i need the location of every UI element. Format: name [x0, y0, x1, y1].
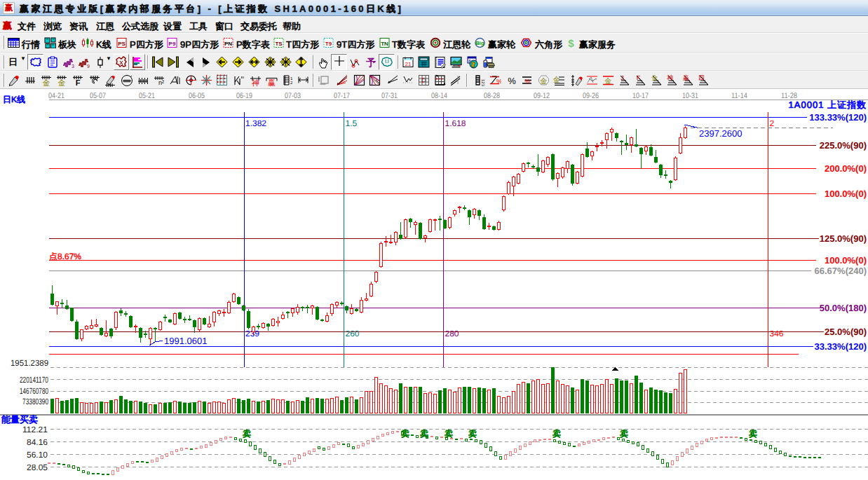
svg-text:125.0%(90): 125.0%(90) — [820, 233, 867, 244]
svg-text:金: 金 — [651, 74, 658, 81]
svg-text:73380390: 73380390 — [22, 397, 48, 406]
svg-text:09-12: 09-12 — [534, 92, 550, 100]
svg-text:赢: 赢 — [268, 78, 276, 87]
svg-text:卖: 卖 — [420, 429, 428, 439]
svg-text:05-07: 05-07 — [90, 92, 106, 100]
svg-text:123: 123 — [481, 79, 485, 86]
svg-text:%: % — [496, 78, 501, 85]
svg-text:P9: P9 — [169, 41, 176, 47]
svg-text:卖: 卖 — [552, 429, 561, 439]
svg-text:2: 2 — [290, 81, 293, 85]
svg-text:33.33%(120): 33.33%(120) — [815, 341, 867, 352]
svg-text:9: 9 — [87, 64, 90, 69]
svg-text:赢: 赢 — [683, 74, 689, 81]
svg-text:Big: Big — [475, 40, 484, 46]
svg-text:10-31: 10-31 — [682, 92, 698, 100]
svg-text:金: 金 — [604, 77, 612, 85]
svg-text:金: 金 — [540, 77, 548, 85]
svg-text:n²: n² — [158, 79, 164, 86]
svg-text:28.05: 28.05 — [27, 462, 48, 472]
svg-text:3: 3 — [72, 64, 74, 69]
svg-text:2397.2600: 2397.2600 — [699, 128, 742, 139]
svg-text:133.33%(120): 133.33%(120) — [809, 112, 867, 123]
svg-text:卖: 卖 — [749, 429, 757, 439]
svg-text:56.10: 56.10 — [27, 450, 48, 460]
svg-text:50.0%(180): 50.0%(180) — [820, 303, 867, 313]
svg-text:21: 21 — [405, 61, 412, 67]
svg-text:84.16: 84.16 — [27, 437, 48, 447]
svg-text:神: 神 — [252, 78, 259, 87]
svg-text:225.0%(90): 225.0%(90) — [820, 140, 867, 151]
svg-text:TN: TN — [381, 41, 388, 47]
svg-text:予: 予 — [366, 57, 377, 68]
svg-text:TS: TS — [275, 41, 283, 47]
svg-text:25.0%(90): 25.0%(90) — [825, 327, 867, 337]
svg-text:260: 260 — [346, 329, 360, 338]
svg-text:1.5: 1.5 — [346, 118, 358, 128]
svg-text:日K线: 日K线 — [3, 95, 25, 104]
svg-text:PS: PS — [118, 41, 126, 47]
svg-text:$: $ — [568, 37, 574, 48]
svg-text:04-21: 04-21 — [48, 92, 65, 100]
svg-text:金: 金 — [553, 76, 560, 83]
svg-text:112.21: 112.21 — [22, 425, 48, 434]
svg-text:%: % — [508, 76, 516, 86]
svg-text:11-14: 11-14 — [731, 92, 747, 100]
svg-text:神: 神 — [667, 74, 673, 81]
svg-text:220141170: 220141170 — [20, 375, 48, 385]
svg-text:金: 金 — [58, 78, 66, 86]
svg-text:卖: 卖 — [401, 429, 409, 439]
svg-text:卖: 卖 — [243, 429, 251, 439]
svg-text:07-31: 07-31 — [381, 92, 398, 100]
svg-text:卖: 卖 — [445, 429, 453, 439]
svg-text:能量买卖: 能量买卖 — [1, 414, 38, 425]
svg-text:146760780: 146760780 — [20, 386, 48, 396]
svg-text:346: 346 — [770, 329, 784, 338]
svg-text:1A0001 上证指数: 1A0001 上证指数 — [789, 100, 867, 110]
svg-text:09-26: 09-26 — [583, 92, 599, 100]
svg-text:100.0%(0): 100.0%(0) — [825, 188, 867, 199]
svg-text:金: 金 — [43, 78, 50, 86]
svg-text:点8.67%: 点8.67% — [49, 252, 81, 261]
svg-text:四: 四 — [698, 74, 705, 81]
svg-text:J: J — [621, 74, 624, 81]
svg-text:06-19: 06-19 — [236, 92, 252, 100]
svg-text:卖: 卖 — [468, 429, 477, 439]
svg-text:05-21: 05-21 — [139, 92, 155, 100]
svg-text:卖: 卖 — [620, 429, 628, 439]
svg-text:08-28: 08-28 — [484, 92, 500, 100]
svg-text:F: F — [76, 78, 81, 86]
svg-text:07-03: 07-03 — [285, 92, 301, 100]
svg-text:1.618: 1.618 — [445, 118, 466, 128]
svg-text:T9: T9 — [325, 41, 332, 47]
svg-text:PN: PN — [224, 41, 232, 47]
svg-text:08-14: 08-14 — [431, 92, 447, 100]
svg-text:F: F — [637, 74, 641, 81]
svg-text:200.0%(0): 200.0%(0) — [825, 163, 867, 174]
svg-text:07-17: 07-17 — [334, 92, 350, 100]
svg-text:06-05: 06-05 — [189, 92, 205, 100]
svg-text:66.67%(240): 66.67%(240) — [815, 266, 867, 276]
svg-text:280: 280 — [445, 329, 459, 338]
svg-text:1951.2389: 1951.2389 — [11, 358, 48, 368]
svg-text:10-17: 10-17 — [632, 92, 649, 100]
svg-text:%: % — [524, 78, 530, 85]
svg-text:1.382: 1.382 — [245, 118, 266, 128]
svg-text:2: 2 — [770, 118, 775, 128]
svg-text:1991.0601: 1991.0601 — [164, 336, 207, 346]
svg-text:100.0%(0): 100.0%(0) — [825, 255, 867, 266]
